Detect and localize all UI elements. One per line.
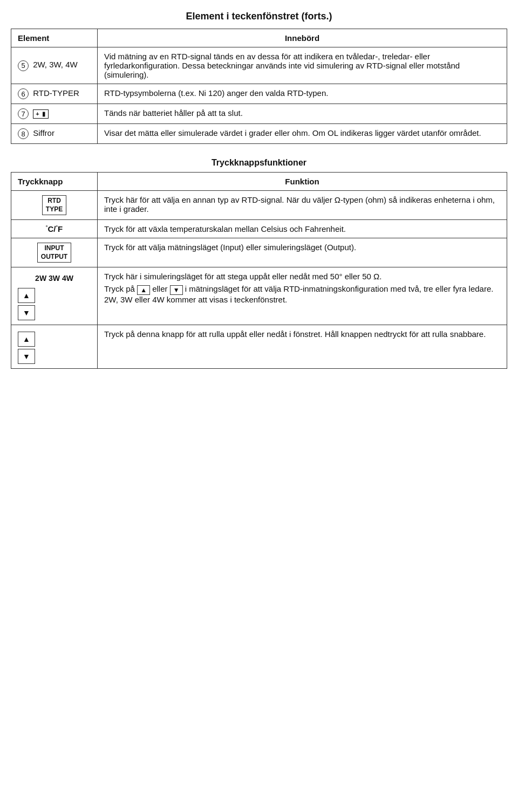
top-col1-header: Element [11,29,98,47]
btn-cell: 2W 3W 4W ▲ ▼ [11,267,98,325]
celsius-fahrenheit-label[interactable]: °C/°F [46,224,63,233]
scroll-down-button[interactable]: ▼ [18,349,35,364]
arrow-buttons: ▲ ▼ [18,288,91,320]
section-header: Tryckknappsfunktioner [11,154,507,173]
bottom-col2-header: Funktion [98,173,507,191]
content-cell: RTD-typsymbolerna (t.ex. Ni 120) anger d… [98,84,507,104]
func-text-1: Tryck här i simuleringsläget för att ste… [104,272,500,281]
func-cell: Tryck för att välja mätningsläget (Input… [98,238,507,267]
top-col2-header: Innebörd [98,29,507,47]
table-row: INPUT OUTPUT Tryck för att välja mätning… [11,238,507,267]
2w3w4w-label: 2W 3W 4W [18,274,91,283]
top-table: Element Innebörd 5 2W, 3W, 4W Vid mätnin… [11,29,507,144]
circle-number: 6 [18,88,29,99]
content-cell: Visar det mätta eller simulerade värdet … [98,124,507,144]
func-cell: Tryck här i simuleringsläget för att ste… [98,267,507,325]
table-row: 5 2W, 3W, 4W Vid mätning av en RTD-signa… [11,47,507,84]
scroll-arrow-buttons: ▲ ▼ [18,332,91,364]
table-row: RTD TYPE Tryck här för att välja en anna… [11,191,507,220]
element-label: Siffror [33,128,54,137]
table-row: °C/°F Tryck för att växla temperaturskal… [11,220,507,238]
element-cell: 5 2W, 3W, 4W [11,47,98,84]
btn-line1: INPUT [45,244,64,252]
btn-cell: ▲ ▼ [11,325,98,369]
table-row: 7 + ▮ Tänds när batteriet håller på att … [11,104,507,124]
content-cell: Vid mätning av en RTD-signal tänds en av… [98,47,507,84]
content-cell: Tänds när batteriet håller på att ta slu… [98,104,507,124]
inline-arrow-up: ▲ [137,285,150,295]
circle-number: 7 [18,108,29,119]
table-row: ▲ ▼ Tryck på denna knapp för att rulla u… [11,325,507,369]
arrow-down-button[interactable]: ▼ [18,305,35,320]
btn-line1: RTD [47,197,61,204]
battery-icon: + ▮ [33,109,48,119]
element-cell: 8 Siffror [11,124,98,144]
func-cell: Tryck för att växla temperaturskalan mel… [98,220,507,238]
element-cell: 6 RTD-TYPER [11,84,98,104]
btn-line2: OUTPUT [41,253,67,260]
element-label: RTD-TYPER [33,88,79,98]
func-cell: Tryck här för att välja en annan typ av … [98,191,507,220]
input-output-button[interactable]: INPUT OUTPUT [37,243,71,263]
circle-number: 8 [18,128,29,139]
btn-cell: INPUT OUTPUT [11,238,98,267]
element-cell: 7 + ▮ [11,104,98,124]
btn-cell: °C/°F [11,220,98,238]
arrow-up-button[interactable]: ▲ [18,288,35,303]
table-row: 8 Siffror Visar det mätta eller simulera… [11,124,507,144]
page-title: Element i teckenfönstret (forts.) [11,11,507,22]
element-label: 2W, 3W, 4W [33,60,78,69]
rtd-type-button[interactable]: RTD TYPE [42,195,66,215]
circle-number: 5 [18,60,29,71]
bottom-table: Tryckknappsfunktioner Tryckknapp Funktio… [11,154,507,369]
table-row: 6 RTD-TYPER RTD-typsymbolerna (t.ex. Ni … [11,84,507,104]
func-text-2: Tryck på ▲ eller ▼ i mätningsläget för a… [104,284,500,304]
func-cell: Tryck på denna knapp för att rulla uppåt… [98,325,507,369]
inline-arrow-down: ▼ [170,285,183,295]
table-row: 2W 3W 4W ▲ ▼ Tryck här i simuleringsläge… [11,267,507,325]
scroll-up-button[interactable]: ▲ [18,332,35,347]
bottom-col1-header: Tryckknapp [11,173,98,191]
btn-line2: TYPE [46,205,63,213]
btn-cell: RTD TYPE [11,191,98,220]
